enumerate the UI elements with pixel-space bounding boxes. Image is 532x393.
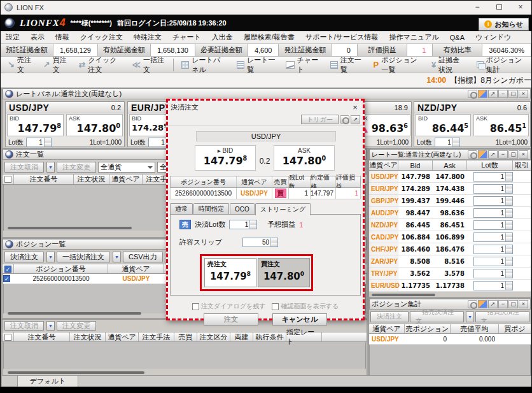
h-scrollbar[interactable] bbox=[372, 294, 435, 296]
dropdown-icon[interactable]: ▼ bbox=[466, 311, 474, 322]
maximize-icon[interactable]: ▢ bbox=[508, 300, 518, 308]
menu-info[interactable]: 情報 bbox=[55, 32, 69, 42]
design-icon[interactable] bbox=[478, 300, 487, 308]
sell-order-button[interactable]: ↘売注文 bbox=[3, 57, 38, 73]
menu-window[interactable]: ウィンドウ bbox=[475, 32, 511, 42]
h-scrollbar[interactable] bbox=[8, 371, 144, 374]
csv-export-button[interactable]: CSV出力 bbox=[123, 252, 163, 262]
lot-spinner[interactable]: 1 bbox=[473, 269, 513, 278]
pin-icon[interactable]: ↗ bbox=[488, 90, 498, 98]
close-icon[interactable]: × bbox=[519, 90, 528, 98]
lot-spinner[interactable]: 1 bbox=[473, 208, 513, 218]
lot-spinner[interactable]: 1 bbox=[473, 220, 513, 230]
menu-history[interactable]: 履歴検索/報告書 bbox=[244, 32, 295, 42]
dropdown-icon[interactable]: ▼ bbox=[113, 252, 121, 262]
h-scrollbar[interactable] bbox=[8, 227, 132, 229]
position-summary-button[interactable]: ポジション集計 bbox=[472, 57, 531, 73]
position-list-button[interactable]: Pポジション一覧 bbox=[368, 57, 425, 73]
maximize-icon[interactable]: ▢ bbox=[508, 90, 518, 98]
design-icon[interactable] bbox=[478, 150, 487, 159]
menu-qa[interactable]: Q&A bbox=[450, 34, 465, 41]
confirm-screen-checkbox[interactable]: 確認画面を表示する bbox=[272, 302, 339, 311]
dropdown-icon[interactable]: ▼ bbox=[46, 321, 55, 331]
lot-spinner[interactable]: 1 bbox=[473, 172, 513, 182]
tab-streaming[interactable]: ストリーミング bbox=[255, 203, 311, 215]
select-all-checkbox-cell[interactable] bbox=[3, 175, 14, 184]
dropdown-icon[interactable]: ▼ bbox=[46, 252, 55, 262]
menu-chart[interactable]: チャート bbox=[172, 32, 201, 42]
menu-special-order[interactable]: 特殊注文 bbox=[134, 32, 162, 42]
tab-time-specified[interactable]: 時間指定 bbox=[193, 203, 229, 214]
submit-order-button[interactable]: 注文 bbox=[204, 313, 258, 325]
menu-quick-order[interactable]: クイック注文 bbox=[80, 32, 123, 42]
quick-order-button[interactable]: ⇄クイック注文 bbox=[74, 57, 127, 73]
order-modify-button[interactable]: 注文変更 bbox=[57, 162, 96, 173]
summary-row[interactable]: USD/JPY 0 0.000 bbox=[369, 334, 531, 345]
order-cancel-button[interactable]: 注文取消 bbox=[4, 162, 44, 173]
minimize-icon[interactable]: − bbox=[498, 150, 508, 159]
bid-button[interactable]: BID 174.289 bbox=[129, 114, 169, 136]
currency-filter-select[interactable]: 全通貨 bbox=[98, 162, 155, 173]
close-lot-spinner[interactable]: 1 bbox=[229, 220, 257, 229]
window-close-button[interactable]: × bbox=[510, 1, 531, 15]
bulk-buy-close-button[interactable]: 一括買決済注文 bbox=[475, 311, 529, 322]
lot-spinner[interactable]: 1 bbox=[473, 257, 513, 266]
dialog-close-icon[interactable]: × bbox=[350, 103, 360, 112]
window-minimize-button[interactable]: − bbox=[466, 1, 488, 15]
menu-settings[interactable]: 設定 bbox=[6, 32, 20, 42]
lot-spinner[interactable]: 1 bbox=[473, 281, 513, 290]
layout-tab-default[interactable]: デフォルト bbox=[17, 376, 78, 387]
keep-dialog-checkbox[interactable]: 注文ダイアログを残す bbox=[192, 302, 266, 311]
rate-panel-button[interactable]: レートパネル bbox=[177, 57, 231, 73]
tab-normal[interactable]: 通常 bbox=[170, 203, 193, 214]
minimize-icon[interactable]: − bbox=[498, 90, 508, 98]
h-scrollbar[interactable] bbox=[8, 312, 141, 315]
gear-icon[interactable] bbox=[340, 115, 349, 124]
ask-button[interactable]: ASK 147.800 bbox=[66, 114, 123, 136]
bid-button[interactable]: BID 86.445 bbox=[416, 114, 471, 136]
close-icon[interactable]: × bbox=[519, 300, 528, 308]
lot-spinner[interactable]: 1 bbox=[473, 232, 513, 242]
tab-oco[interactable]: OCO bbox=[230, 203, 255, 214]
order-list-button[interactable]: 注文一覧 bbox=[326, 57, 367, 73]
margin-status-button[interactable]: ¥証拠金状況 bbox=[427, 57, 471, 73]
buy-price-button[interactable]: 買注文 147.800 bbox=[258, 258, 310, 287]
select-all-checkbox-cell[interactable]: ✓ bbox=[3, 264, 14, 273]
bid-button[interactable]: BID 147.798 bbox=[7, 114, 64, 136]
buy-order-button[interactable]: ↗買注文 bbox=[39, 57, 73, 73]
row-checkbox[interactable]: ✓ bbox=[3, 275, 10, 282]
menu-manual[interactable]: 操作マニュアル bbox=[389, 32, 438, 42]
gear-icon[interactable] bbox=[468, 90, 477, 98]
trigger-button[interactable]: トリガー bbox=[301, 115, 339, 124]
rate-list-button[interactable]: レート一覧 bbox=[232, 57, 280, 73]
gear-icon[interactable] bbox=[468, 300, 477, 308]
menu-view[interactable]: 表示 bbox=[31, 32, 45, 42]
order-cancel-button[interactable]: 注文取消 bbox=[4, 321, 44, 331]
cancel-button[interactable]: キャンセル bbox=[272, 313, 327, 325]
gear-icon[interactable] bbox=[468, 150, 477, 159]
pin-icon[interactable]: ↗ bbox=[351, 115, 360, 124]
dropdown-icon[interactable]: ▼ bbox=[46, 162, 55, 173]
select-all-checkbox-cell[interactable] bbox=[3, 332, 14, 341]
chart-button[interactable]: チャート bbox=[281, 57, 325, 73]
minimize-icon[interactable]: − bbox=[498, 300, 508, 308]
bulk-sell-close-button[interactable]: 一括売決済注文 bbox=[410, 311, 464, 322]
lot-spinner[interactable]: 1 bbox=[473, 184, 513, 194]
lot-spinner[interactable]: 1 bbox=[473, 245, 513, 254]
window-maximize-button[interactable] bbox=[488, 1, 510, 15]
slippage-spinner[interactable]: 50 bbox=[242, 238, 278, 247]
pin-icon[interactable]: ↗ bbox=[488, 300, 498, 308]
lot-spinner[interactable]: 1 bbox=[473, 196, 513, 206]
menu-support[interactable]: サポート/サービス情報 bbox=[305, 32, 379, 42]
close-order-button[interactable]: 決済注文 bbox=[4, 252, 44, 262]
bulk-close-button[interactable]: 一括決済注文 bbox=[57, 252, 110, 262]
maximize-icon[interactable]: ▢ bbox=[508, 150, 518, 159]
close-icon[interactable]: × bbox=[519, 150, 528, 159]
ask-button[interactable]: ASK 86.451 bbox=[473, 114, 529, 136]
menu-deposit[interactable]: 入出金 bbox=[212, 32, 233, 42]
notice-button[interactable]: ! お知らせ bbox=[479, 18, 529, 31]
lot-spinner[interactable]: 1 bbox=[26, 138, 52, 147]
order-modify-button[interactable]: 注文変更 bbox=[57, 321, 96, 331]
sell-price-button[interactable]: 売注文 147.798 bbox=[204, 258, 256, 287]
lot-spinner[interactable]: 1 bbox=[435, 138, 460, 147]
